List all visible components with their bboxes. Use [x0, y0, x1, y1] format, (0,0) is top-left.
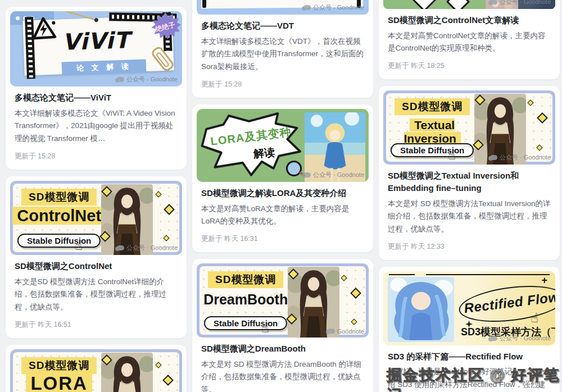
magnifier-icon: [286, 161, 302, 176]
cover-subtitle: 解读: [253, 145, 275, 161]
cover-textual-inversion: SD模型微调 Textual Inversion Stable Diffusio…: [383, 90, 555, 165]
column-left: ViViT 论 文 解 读 绝绝子 公众号 - Goodnote 多模态论文笔记…: [6, 7, 187, 392]
cover-keyword: Textual Inversion: [383, 118, 481, 145]
goodnote-logo-icon: [490, 155, 497, 160]
notes-grid: ViViT 论 文 解 读 绝绝子 公众号 - Goodnote 多模态论文笔记…: [6, 0, 560, 392]
note-card-dreambooth[interactable]: SD模型微调 DreamBooth Stable Diffusion ☝: [192, 259, 373, 392]
cover-tag: SD模型微调: [21, 357, 97, 374]
note-card-vivit[interactable]: ViViT 论 文 解 读 绝绝子 公众号 - Goodnote 多模态论文笔记…: [6, 7, 187, 170]
cover-vivit: ViViT 论 文 解 读 绝绝子 公众号 - Goodnote: [10, 11, 182, 86]
cover-green-sliver: 公众号 · Goodnote: [383, 0, 555, 9]
goodnote-watermark: 公众号 · Goodnote: [490, 334, 551, 343]
card-updated-time: 更新于 昨天 12:33: [388, 242, 551, 252]
goodnote-watermark: 公众号 - Goodnote: [303, 3, 364, 12]
cover-keyword: ControlNet: [10, 207, 108, 225]
stable-diffusion-label: Stable Diffusion: [204, 316, 287, 330]
card-description: 本文是对 SD 模型微调方法 DreamBooth 的详细介绍，包括数据集准备，…: [201, 358, 364, 392]
cover-controlnet: SD模型微调 ControlNet Stable Diffusion ☝: [10, 181, 182, 255]
stable-diffusion-label: Stable Diffusion: [391, 143, 474, 157]
cover-girl-photo: [388, 277, 454, 342]
goodnote-logo-icon: [303, 5, 311, 10]
column-right: 公众号 · Goodnote SD模型微调之ControlNet文章解读 本文是…: [379, 0, 560, 392]
hand-cursor-icon: ☝: [448, 149, 456, 162]
card-description: 本文详细解读多模态论文《VDT》，首次在视频扩散的生成模型中使用Transfor…: [201, 35, 364, 74]
card-description: 本文是对高赞LoRA文章的解读，主要内容是LoRA的变种及其优化。: [201, 203, 364, 228]
cover-dreambooth: SD模型微调 DreamBooth Stable Diffusion ☝: [197, 263, 369, 338]
note-card-controlnet[interactable]: SD模型微调 ControlNet Stable Diffusion ☝: [6, 176, 187, 338]
hand-cursor-icon: ☝: [261, 322, 269, 335]
goodnote-watermark: Goodnote: [328, 328, 364, 335]
note-card-lora[interactable]: SD模型微调 LORA Stable Diffusion ☝: [6, 345, 187, 392]
goodnote-logo-icon: [117, 77, 124, 82]
card-updated-time: 更新于 15:28: [15, 152, 178, 161]
cover-rectified-flow: Rectified Flow + ☝ SD3模型采样方法（下篇） 公众号 · G…: [383, 271, 555, 345]
arrow-tip-graphic: [446, 0, 470, 9]
cover-lora-variants: LORA及其变种 解读 公众号 · Goodnote: [197, 109, 369, 182]
goodnote-watermark: 公众号 · Goodnote: [490, 153, 551, 162]
card-description: 本文是SD 模型微调方法 ControlNet详细的介绍，包括数据集准备，模型微…: [15, 276, 178, 314]
site-watermark: 掘金技术社区 @ 好评笔记: [387, 365, 562, 392]
note-card-controlnet-review[interactable]: 公众号 · Goodnote SD模型微调之ControlNet文章解读 本文是…: [379, 0, 560, 79]
cover-tag: SD模型微调: [208, 271, 283, 288]
arrow-tip-graphic: [413, 0, 436, 9]
goodnote-watermark: 公众号 · Goodnote: [490, 0, 551, 6]
card-updated-time: 更新于 15:28: [201, 80, 364, 89]
note-card-textual-inversion[interactable]: SD模型微调 Textual Inversion Stable Diffusio…: [379, 86, 560, 260]
note-card-lora-variants[interactable]: LORA及其变种 解读 公众号 · Goodnote SD模型微调之解读LO: [192, 104, 373, 252]
card-title: SD模型微调之Textual Inversion和Embedding fine–…: [388, 170, 551, 194]
card-title: SD模型微调之ControlNet文章解读: [388, 14, 551, 26]
decorative-line: [389, 274, 550, 276]
film-strip-icon: [202, 0, 206, 8]
goodnote-logo-icon: [490, 336, 497, 341]
card-description: 本文详细解读多模态论文《ViViT: A Video Vision Transf…: [15, 107, 178, 145]
plus-sparkle-icon: +: [541, 275, 547, 286]
cover-keyword: DreamBooth: [197, 291, 294, 308]
card-description: 本文是对高赞ControlNet文章的解读，主要内容是ControlNet的实现…: [388, 30, 551, 55]
cover-banner: 论 文 解 读: [62, 59, 147, 75]
card-updated-time: 更新于 昨天 18:25: [388, 61, 551, 71]
card-title: 多模态论文笔记——VDT: [201, 20, 364, 32]
card-description: 本文是对 SD 模型微调方法Textual Inversion的详细介绍，包括数…: [388, 198, 551, 236]
cover-vdt-sliver: 公众号 - Goodnote: [197, 0, 369, 15]
card-updated-time: 更新于 昨天 16:51: [15, 320, 178, 330]
column-middle: 公众号 - Goodnote 多模态论文笔记——VDT 本文详细解读多模态论文《…: [192, 0, 373, 392]
card-title: SD模型微调之DreamBooth: [201, 343, 364, 355]
note-card-vdt[interactable]: 公众号 - Goodnote 多模态论文笔记——VDT 本文详细解读多模态论文《…: [192, 0, 373, 98]
card-updated-time: 更新于 昨天 16:31: [201, 234, 364, 244]
hand-cursor-icon: ☝: [531, 312, 538, 325]
stable-diffusion-label: Stable Diffusion: [17, 234, 101, 248]
goodnote-watermark: 公众号 · Goodnote: [303, 171, 364, 179]
cover-keyword: LORA: [10, 373, 108, 392]
card-title: SD模型微调之ControlNet: [15, 260, 178, 272]
card-title: 多模态论文笔记——ViViT: [15, 92, 178, 104]
card-title: SD模型微调之解读LORA及其变种介绍: [201, 187, 364, 199]
goodnote-logo-icon: [303, 172, 311, 177]
card-title: SD3 的采样下篇——Rectified Flow: [388, 350, 551, 363]
goodnote-logo-icon: [328, 329, 335, 334]
cover-tag: SD模型微调: [395, 98, 470, 115]
hand-cursor-icon: ☝: [75, 239, 83, 252]
goodnote-logo-icon: [490, 0, 497, 4]
cover-lora: SD模型微调 LORA Stable Diffusion ☝: [10, 349, 182, 392]
goodnote-watermark: 公众号 - Goodnote: [117, 75, 178, 84]
goodnote-watermark: 公众号 · Goodnote: [117, 244, 178, 252]
cover-tag: SD模型微调: [21, 189, 97, 206]
goodnote-logo-icon: [117, 245, 124, 250]
